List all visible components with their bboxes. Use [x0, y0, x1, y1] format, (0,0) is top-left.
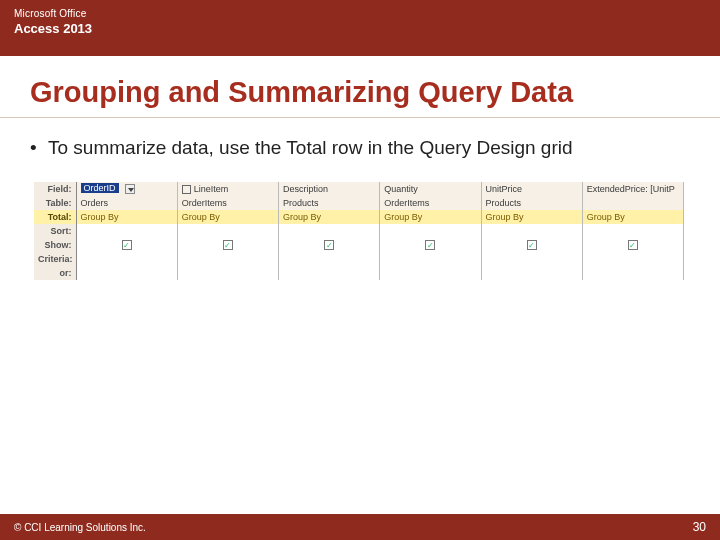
- show-cell[interactable]: ✓: [481, 238, 582, 252]
- grid-row-field: Field: OrderID LineItem Description Quan…: [34, 182, 684, 196]
- or-cell[interactable]: [582, 266, 683, 280]
- checkbox-icon[interactable]: ✓: [527, 240, 537, 250]
- show-cell[interactable]: ✓: [279, 238, 380, 252]
- row-label-criteria: Criteria:: [34, 252, 76, 266]
- body-region: • To summarize data, use the Total row i…: [0, 118, 720, 160]
- show-cell[interactable]: ✓: [76, 238, 177, 252]
- criteria-cell[interactable]: [76, 252, 177, 266]
- sort-cell[interactable]: [380, 224, 481, 238]
- or-cell[interactable]: [177, 266, 278, 280]
- show-cell[interactable]: ✓: [177, 238, 278, 252]
- row-label-total: Total:: [34, 210, 76, 224]
- table-cell[interactable]: OrderItems: [380, 196, 481, 210]
- sort-cell[interactable]: [481, 224, 582, 238]
- table-cell[interactable]: Orders: [76, 196, 177, 210]
- field-selected-icon: OrderID: [81, 183, 119, 193]
- criteria-cell[interactable]: [481, 252, 582, 266]
- criteria-cell[interactable]: [279, 252, 380, 266]
- or-cell[interactable]: [481, 266, 582, 280]
- table-cell[interactable]: Products: [279, 196, 380, 210]
- sort-cell[interactable]: [76, 224, 177, 238]
- table-cell[interactable]: [582, 196, 683, 210]
- row-label-field: Field:: [34, 182, 76, 196]
- field-cell[interactable]: Quantity: [380, 182, 481, 196]
- bullet-text: To summarize data, use the Total row in …: [48, 136, 690, 160]
- table-cell[interactable]: Products: [481, 196, 582, 210]
- or-cell[interactable]: [380, 266, 481, 280]
- row-label-table: Table:: [34, 196, 76, 210]
- slide-footer: © CCI Learning Solutions Inc. 30: [0, 514, 720, 540]
- brand-line-1: Microsoft Office: [14, 8, 706, 19]
- grid-row-or: or:: [34, 266, 684, 280]
- checkbox-icon[interactable]: ✓: [122, 240, 132, 250]
- total-cell[interactable]: Group By: [177, 210, 278, 224]
- grid-row-total: Total: Group By Group By Group By Group …: [34, 210, 684, 224]
- show-cell[interactable]: ✓: [582, 238, 683, 252]
- field-cell[interactable]: ExtendedPrice: [UnitP: [582, 182, 683, 196]
- criteria-cell[interactable]: [582, 252, 683, 266]
- total-cell[interactable]: Group By: [279, 210, 380, 224]
- grid-row-sort: Sort:: [34, 224, 684, 238]
- checkbox-icon[interactable]: ✓: [324, 240, 334, 250]
- field-cell[interactable]: OrderID: [76, 182, 177, 196]
- field-cell[interactable]: Description: [279, 182, 380, 196]
- or-cell[interactable]: [279, 266, 380, 280]
- grid-row-show: Show: ✓ ✓ ✓ ✓ ✓ ✓: [34, 238, 684, 252]
- query-design-grid: Field: OrderID LineItem Description Quan…: [34, 182, 684, 280]
- checkbox-icon[interactable]: ✓: [628, 240, 638, 250]
- brand-line-2: Access 2013: [14, 21, 706, 36]
- table-cell[interactable]: OrderItems: [177, 196, 278, 210]
- total-cell[interactable]: Group By: [76, 210, 177, 224]
- bullet-marker: •: [30, 136, 48, 160]
- checkbox-icon[interactable]: ✓: [425, 240, 435, 250]
- or-cell[interactable]: [76, 266, 177, 280]
- criteria-cell[interactable]: [380, 252, 481, 266]
- checkbox-icon[interactable]: [182, 185, 191, 194]
- checkbox-icon[interactable]: ✓: [223, 240, 233, 250]
- total-cell[interactable]: Group By: [481, 210, 582, 224]
- total-cell[interactable]: Group By: [380, 210, 481, 224]
- slide-header: Microsoft Office Access 2013: [0, 0, 720, 56]
- footer-copyright: © CCI Learning Solutions Inc.: [14, 522, 146, 533]
- sort-cell[interactable]: [582, 224, 683, 238]
- total-cell[interactable]: Group By: [582, 210, 683, 224]
- dropdown-icon[interactable]: [125, 184, 135, 194]
- row-label-sort: Sort:: [34, 224, 76, 238]
- bullet-item: • To summarize data, use the Total row i…: [30, 136, 690, 160]
- grid-row-criteria: Criteria:: [34, 252, 684, 266]
- criteria-cell[interactable]: [177, 252, 278, 266]
- show-cell[interactable]: ✓: [380, 238, 481, 252]
- field-cell[interactable]: LineItem: [177, 182, 278, 196]
- sort-cell[interactable]: [177, 224, 278, 238]
- row-label-or: or:: [34, 266, 76, 280]
- grid-row-table: Table: Orders OrderItems Products OrderI…: [34, 196, 684, 210]
- row-label-show: Show:: [34, 238, 76, 252]
- sort-cell[interactable]: [279, 224, 380, 238]
- slide-title: Grouping and Summarizing Query Data: [0, 56, 720, 117]
- page-number: 30: [693, 520, 706, 534]
- field-cell[interactable]: UnitPrice: [481, 182, 582, 196]
